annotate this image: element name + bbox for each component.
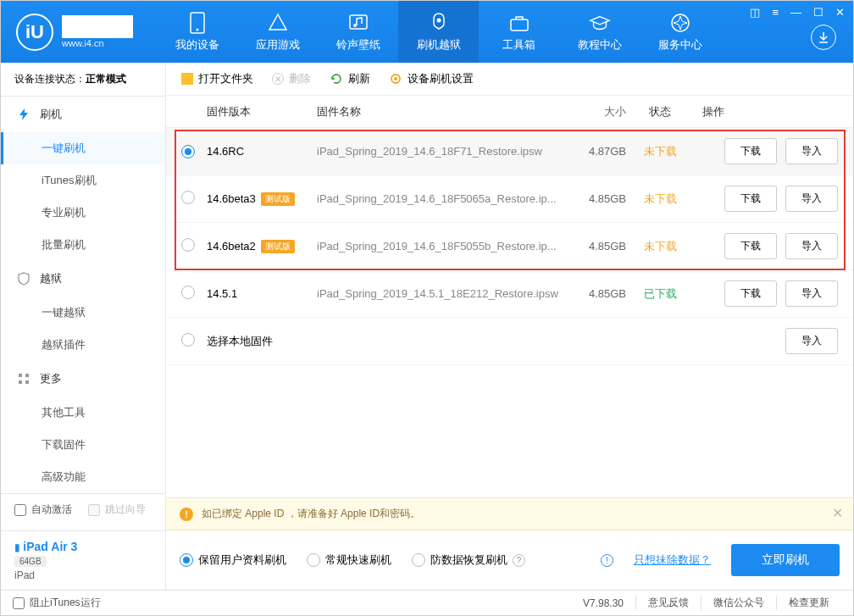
sidebar-item-pro-flash[interactable]: 专业刷机 <box>1 197 165 229</box>
sidebar-item-oneclick-jb[interactable]: 一键越狱 <box>1 297 165 329</box>
sidebar-section-jailbreak[interactable]: 越狱 <box>1 261 165 297</box>
flash-icon <box>16 107 31 122</box>
firmware-size: 4.85GB <box>558 287 626 300</box>
skip-guide-checkbox[interactable] <box>88 504 100 516</box>
table-header: 固件版本 固件名称 大小 状态 操作 <box>166 96 853 128</box>
main-panel: 打开文件夹 ✕删除 刷新 设备刷机设置 固件版本 固件名称 大小 状态 操作 1… <box>166 63 853 590</box>
firmware-name: iPad_Spring_2019_14.5.1_18E212_Restore.i… <box>317 287 558 300</box>
mode-keep-data[interactable]: 保留用户资料刷机 <box>180 552 286 568</box>
firmware-size: 4.85GB <box>558 240 626 253</box>
block-itunes-checkbox[interactable] <box>13 597 25 609</box>
nav-apps[interactable]: 应用游戏 <box>237 1 318 63</box>
beta-tag: 测试版 <box>261 240 295 253</box>
sidebar-item-other-tools[interactable]: 其他工具 <box>1 397 165 429</box>
mode-anti-recovery[interactable]: 防数据恢复刷机? <box>412 552 525 568</box>
menu-icon[interactable]: ≡ <box>768 4 782 20</box>
device-info: ▮ iPad Air 3 64GB iPad <box>1 530 165 590</box>
delete-button[interactable]: ✕删除 <box>272 71 311 86</box>
nav-toolbox[interactable]: 工具箱 <box>479 1 559 63</box>
firmware-radio[interactable] <box>181 238 195 252</box>
feedback-button[interactable]: 意见反馈 <box>635 596 701 610</box>
minimize-icon[interactable]: — <box>787 4 805 20</box>
svg-rect-5 <box>511 19 528 31</box>
wechat-button[interactable]: 微信公众号 <box>701 596 776 610</box>
firmware-status: 未下载 <box>626 191 694 207</box>
open-folder-button[interactable]: 打开文件夹 <box>181 71 253 86</box>
firmware-radio[interactable] <box>181 286 195 299</box>
firmware-size: 4.87GB <box>558 145 626 158</box>
gear-icon <box>389 72 402 86</box>
mode-radio[interactable] <box>412 553 425 567</box>
svg-point-12 <box>394 77 397 80</box>
import-button[interactable]: 导入 <box>785 280 838 307</box>
nav-tutorial[interactable]: 教程中心 <box>559 1 640 63</box>
info-icon[interactable]: ! <box>601 554 613 567</box>
mode-fast[interactable]: 常规快速刷机 <box>307 552 391 568</box>
sidebar-item-advanced[interactable]: 高级功能 <box>1 461 165 493</box>
nav-flash[interactable]: 刷机越狱 <box>398 1 479 63</box>
top-nav: 我的设备 应用游戏 铃声壁纸 刷机越狱 工具箱 教程中心 服务中心 <box>157 1 720 63</box>
logo-icon: iU <box>16 14 53 51</box>
auto-activate-checkbox[interactable] <box>14 504 26 516</box>
mode-radio[interactable] <box>307 553 320 567</box>
settings-button[interactable]: 设备刷机设置 <box>389 71 474 86</box>
sidebar-section-flash[interactable]: 刷机 <box>1 97 165 132</box>
download-button[interactable]: 下载 <box>724 280 777 307</box>
refresh-icon <box>330 72 343 86</box>
download-button[interactable]: 下载 <box>724 233 777 259</box>
firmware-radio[interactable] <box>181 191 195 204</box>
sidebar-section-more[interactable]: 更多 <box>1 361 165 397</box>
version-label: V7.98.30 <box>571 597 635 609</box>
download-manager-button[interactable] <box>811 25 836 50</box>
sidebar-item-oneclick-flash[interactable]: 一键刷机 <box>1 132 165 164</box>
folder-icon <box>181 73 193 85</box>
download-button[interactable]: 下载 <box>724 138 777 164</box>
table-row-local: 选择本地固件 导入 <box>166 318 853 365</box>
alert-close-button[interactable]: ✕ <box>832 505 843 521</box>
update-button[interactable]: 检查更新 <box>776 596 841 610</box>
skin-icon[interactable]: ◫ <box>746 4 763 20</box>
sidebar-item-download-fw[interactable]: 下载固件 <box>1 429 165 461</box>
nav-my-device[interactable]: 我的设备 <box>157 1 237 63</box>
firmware-version: 14.5.1 <box>207 287 237 300</box>
maximize-icon[interactable]: ☐ <box>810 4 827 20</box>
nav-ringtone[interactable]: 铃声壁纸 <box>318 1 398 63</box>
table-row: 14.5.1iPad_Spring_2019_14.5.1_18E212_Res… <box>166 270 853 318</box>
svg-rect-8 <box>25 374 29 377</box>
app-title: 爱思助手 <box>62 15 133 38</box>
mode-radio[interactable] <box>180 553 193 567</box>
firmware-version: 14.6RC <box>207 145 244 158</box>
firmware-radio[interactable] <box>181 145 195 158</box>
nav-service[interactable]: 服务中心 <box>640 1 720 63</box>
firmware-status: 未下载 <box>626 144 694 159</box>
sidebar-item-batch-flash[interactable]: 批量刷机 <box>1 229 165 261</box>
table-row: 14.6RCiPad_Spring_2019_14.6_18F71_Restor… <box>166 128 853 175</box>
erase-link[interactable]: 只想抹除数据？ <box>634 552 711 568</box>
window-controls: ◫ ≡ — ☐ ✕ <box>746 4 848 20</box>
shield-icon <box>16 271 31 286</box>
download-button[interactable]: 下载 <box>724 186 777 212</box>
app-header: iU 爱思助手 www.i4.cn 我的设备 应用游戏 铃声壁纸 刷机越狱 工具… <box>1 1 853 63</box>
svg-rect-10 <box>25 380 29 384</box>
svg-rect-2 <box>350 15 367 29</box>
svg-rect-7 <box>19 374 22 377</box>
sidebar-item-jb-plugins[interactable]: 越狱插件 <box>1 329 165 361</box>
flash-now-button[interactable]: 立即刷机 <box>731 544 840 576</box>
help-icon[interactable]: ? <box>513 554 525 567</box>
import-button[interactable]: 导入 <box>785 233 838 259</box>
beta-tag: 测试版 <box>261 192 295 206</box>
import-button[interactable]: 导入 <box>785 186 838 212</box>
firmware-size: 4.85GB <box>558 192 626 205</box>
close-icon[interactable]: ✕ <box>832 4 848 20</box>
refresh-button[interactable]: 刷新 <box>330 71 370 86</box>
firmware-radio[interactable] <box>181 333 195 347</box>
import-button[interactable]: 导入 <box>785 328 838 354</box>
toolbar: 打开文件夹 ✕删除 刷新 设备刷机设置 <box>166 63 853 96</box>
firmware-status: 已下载 <box>626 286 694 302</box>
table-row: 14.6beta2测试版iPad_Spring_2019_14.6_18F505… <box>166 223 853 270</box>
sidebar: 设备连接状态：正常模式 刷机 一键刷机 iTunes刷机 专业刷机 批量刷机 越… <box>1 63 166 590</box>
firmware-name: iPad_Spring_2019_14.6_18F5055b_Restore.i… <box>317 240 558 253</box>
sidebar-item-itunes-flash[interactable]: iTunes刷机 <box>1 164 165 197</box>
import-button[interactable]: 导入 <box>785 138 838 164</box>
firmware-version: 14.6beta3 <box>207 192 256 205</box>
